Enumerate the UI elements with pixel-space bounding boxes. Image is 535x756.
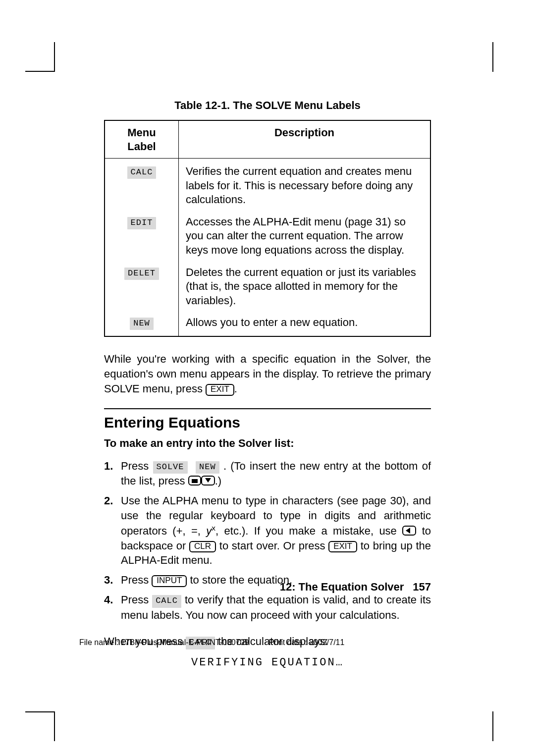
menu-key-delet: DELET [124, 268, 159, 280]
table-cell-desc: Verifies the current equation and create… [179, 159, 431, 211]
crop-mark [25, 711, 55, 712]
crop-mark [25, 71, 55, 72]
table-caption: Table 12-1. The SOLVE Menu Labels [104, 99, 431, 112]
menu-key-new: NEW [196, 461, 219, 474]
down-arrow-key-icon [201, 476, 215, 486]
menu-key-solve: SOLVE [153, 461, 188, 474]
table-row: DELET Deletes the current equation or ju… [105, 262, 430, 312]
content-area: Table 12-1. The SOLVE Menu Labels Menu L… [104, 99, 431, 699]
clr-key: CLR [189, 541, 216, 553]
menu-key-calc: CALC [152, 595, 181, 608]
page: Table 12-1. The SOLVE Menu Labels Menu L… [0, 0, 535, 756]
file-name-text: File name : 17BII-Plus-Manual-E-PRINT-03… [79, 638, 249, 647]
section-heading: Entering Equations [104, 414, 431, 431]
exit-key: EXIT [206, 384, 234, 396]
menu-key-calc: CALC [127, 166, 157, 179]
table-cell-desc: Allows you to enter a new equation. [179, 312, 431, 336]
steps-list: 1. Press SOLVE NEW . (To insert the new … [104, 459, 431, 623]
footer-page-number: 157 [413, 581, 431, 593]
page-footer: 12: The Equation Solver157 [280, 581, 431, 594]
table-row: CALC Verifies the current equation and c… [105, 159, 430, 211]
step-number: 1. [104, 459, 113, 474]
solve-menu-table: Menu Label Description CALC Verifies the… [104, 120, 431, 337]
step-item: 4. Press CALC to verify that the equatio… [104, 593, 431, 623]
table-row: NEW Allows you to enter a new equation. [105, 312, 430, 336]
backspace-key-icon [402, 526, 416, 536]
table-cell-desc: Deletes the current equation or just its… [179, 262, 431, 312]
step-item: 1. Press SOLVE NEW . (To insert the new … [104, 459, 431, 489]
input-key: INPUT [152, 575, 187, 587]
section-subheading: To make an entry into the Solver list: [104, 437, 431, 450]
shift-key-icon [188, 476, 201, 486]
table-head-desc: Description [179, 120, 431, 159]
lcd-display-line: VERIFYING EQUATION… [104, 656, 431, 669]
step-number: 2. [104, 493, 113, 508]
table-head-label: Menu Label [105, 120, 179, 159]
print-file-line: File name : 17BII-Plus-Manual-E-PRINT-03… [79, 638, 344, 647]
menu-key-new: NEW [130, 318, 154, 330]
crop-mark [54, 711, 55, 741]
crop-mark [492, 711, 493, 741]
paragraph-solve-menu: While you're working with a specific equ… [104, 352, 431, 396]
print-date-text: Print data : 2003/7/11 [268, 638, 344, 647]
step-number: 4. [104, 593, 113, 607]
menu-key-edit: EDIT [127, 217, 157, 229]
step-number: 3. [104, 573, 113, 588]
footer-chapter: 12: The Equation Solver [280, 581, 404, 593]
section-rule [104, 408, 431, 409]
table-row: EDIT Accesses the ALPHA-Edit menu (page … [105, 211, 430, 262]
crop-mark [492, 42, 493, 72]
table-cell-desc: Accesses the ALPHA-Edit menu (page 31) s… [179, 211, 431, 262]
crop-mark [54, 42, 55, 72]
step-item: 2. Use the ALPHA menu to type in charact… [104, 493, 431, 568]
exit-key: EXIT [328, 541, 357, 553]
